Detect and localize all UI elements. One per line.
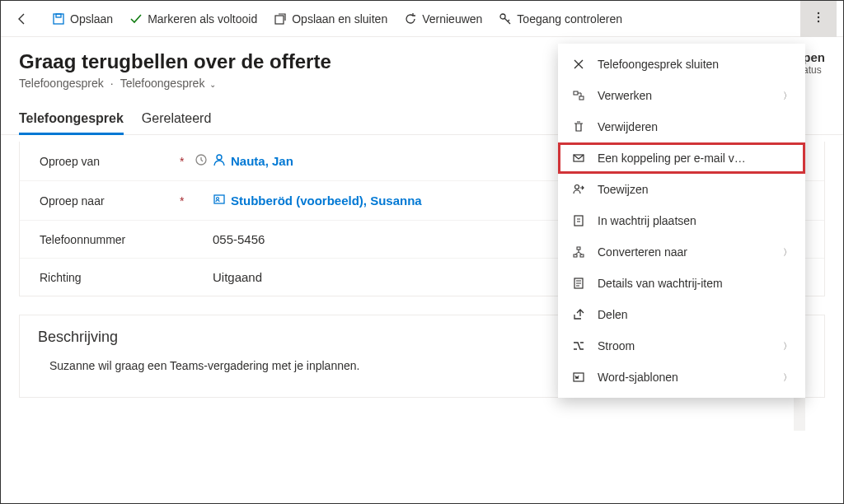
menu-word-templates[interactable]: Word-sjablonen 〉 (558, 362, 805, 393)
menu-assign[interactable]: Toewijzen (558, 174, 805, 205)
direction-label: Richting (40, 271, 180, 284)
check-access-button[interactable]: Toegang controleren (490, 7, 631, 30)
mark-complete-button[interactable]: Markeren als voltooid (121, 7, 265, 30)
save-close-label: Opslaan en sluiten (292, 12, 387, 26)
subtitle-separator: · (110, 77, 114, 90)
direction-value: Uitgaand (213, 270, 262, 284)
menu-flow[interactable]: Stroom 〉 (558, 330, 805, 362)
chevron-right-icon: 〉 (783, 371, 792, 384)
required-icon: * (180, 194, 186, 208)
back-button[interactable] (7, 7, 37, 30)
svg-point-14 (575, 185, 579, 189)
save-button[interactable]: Opslaan (44, 7, 121, 30)
menu-share[interactable]: Delen (558, 299, 805, 330)
menu-process[interactable]: Verwerken 〉 (558, 80, 805, 111)
menu-delete[interactable]: Verwijderen (558, 111, 805, 142)
trash-icon (571, 119, 586, 134)
save-close-button[interactable]: Opslaan en sluiten (265, 7, 396, 30)
word-icon (571, 370, 586, 385)
more-vertical-icon (812, 11, 825, 26)
svg-rect-16 (577, 247, 580, 250)
svg-rect-11 (574, 91, 578, 95)
tab-phone-call[interactable]: Telefoongesprek (19, 105, 124, 134)
overflow-dropdown: Telefoongesprek sluiten Verwerken 〉 Verw… (558, 44, 805, 398)
refresh-icon (404, 12, 417, 26)
svg-rect-15 (574, 216, 583, 226)
overflow-menu-button[interactable] (800, 1, 837, 37)
save-label: Opslaan (70, 12, 113, 26)
share-icon (571, 307, 586, 322)
svg-rect-2 (275, 16, 284, 24)
form-selector[interactable]: Telefoongesprek ⌄ (120, 77, 217, 90)
phone-number-value: 055-5456 (213, 232, 265, 246)
call-from-label: Oproep van (40, 155, 180, 168)
svg-point-5 (818, 16, 819, 18)
svg-rect-0 (54, 14, 63, 24)
svg-point-6 (818, 21, 819, 22)
required-icon: * (180, 155, 186, 168)
menu-convert-to[interactable]: Converteren naar 〉 (558, 236, 805, 268)
process-icon (571, 88, 586, 103)
arrow-left-icon (16, 12, 29, 26)
svg-rect-9 (214, 195, 224, 203)
call-from-value[interactable]: Nauta, Jan (213, 153, 293, 169)
call-to-label: Oproep naar (40, 194, 180, 208)
refresh-button[interactable]: Vernieuwen (396, 7, 490, 30)
checkmark-icon (129, 12, 143, 26)
convert-icon (571, 245, 586, 259)
command-bar: Opslaan Markeren als voltooid Opslaan en… (1, 1, 843, 37)
svg-point-4 (818, 12, 819, 14)
svg-rect-12 (579, 96, 584, 100)
close-icon (571, 57, 586, 72)
save-icon (52, 12, 65, 26)
recent-icon (195, 153, 209, 169)
email-link-icon (571, 151, 586, 166)
svg-point-10 (217, 198, 219, 200)
flow-icon (571, 338, 586, 353)
entity-name: Telefoongesprek (19, 77, 104, 90)
tab-related[interactable]: Gerelateerd (142, 105, 212, 134)
check-access-label: Toegang controleren (517, 12, 622, 26)
svg-rect-17 (574, 254, 577, 257)
menu-queue-item-details[interactable]: Details van wachtrij-item (558, 268, 805, 299)
details-icon (571, 276, 586, 291)
svg-rect-1 (56, 14, 61, 17)
menu-email-link[interactable]: Een koppeling per e-mail v… (558, 142, 805, 174)
save-close-icon (274, 12, 287, 26)
assign-icon (571, 182, 586, 197)
svg-rect-18 (580, 254, 584, 257)
person-icon (213, 153, 226, 169)
key-icon (499, 12, 512, 26)
chevron-down-icon: ⌄ (209, 80, 216, 89)
chevron-right-icon: 〉 (783, 340, 792, 352)
contact-card-icon (213, 193, 226, 208)
chevron-right-icon: 〉 (783, 90, 792, 102)
mark-complete-label: Markeren als voltooid (148, 12, 257, 26)
call-to-value[interactable]: Stubberöd (voorbeeld), Susanna (213, 193, 422, 208)
refresh-label: Vernieuwen (422, 12, 482, 26)
menu-close-phone-call[interactable]: Telefoongesprek sluiten (558, 49, 805, 80)
queue-icon (571, 213, 586, 228)
chevron-right-icon: 〉 (783, 246, 792, 259)
phone-number-label: Telefoonnummer (40, 233, 180, 246)
svg-point-8 (217, 155, 222, 160)
menu-add-to-queue[interactable]: In wachtrij plaatsen (558, 205, 805, 236)
